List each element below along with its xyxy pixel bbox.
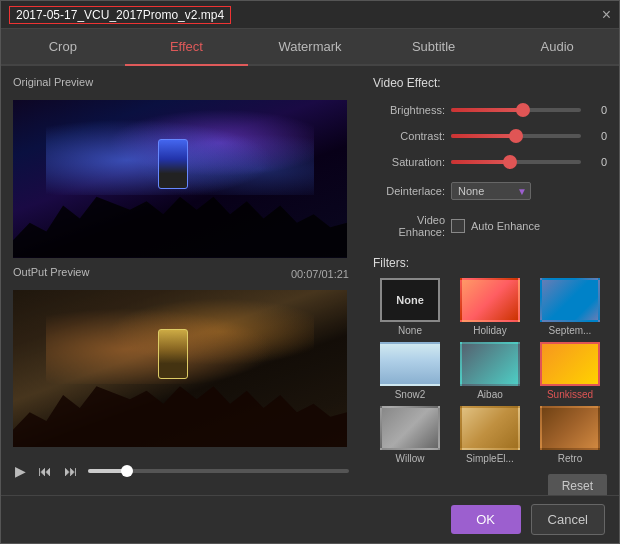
filter-thumb-september xyxy=(540,278,600,322)
contrast-row: Contrast: 0 xyxy=(373,130,607,142)
progress-bar[interactable] xyxy=(88,469,349,473)
phone-sepia xyxy=(158,329,188,379)
filter-thumb-snow2 xyxy=(380,342,440,386)
main-content: Original Preview OutPut Preview 00:07/01… xyxy=(1,66,619,495)
output-preview-label: OutPut Preview xyxy=(13,266,89,278)
progress-thumb xyxy=(121,465,133,477)
reset-button[interactable]: Reset xyxy=(548,474,607,495)
play-button[interactable]: ▶ xyxy=(13,461,28,481)
deinterlace-dropdown-wrapper: None ▼ xyxy=(451,182,531,200)
contrast-value: 0 xyxy=(587,130,607,142)
prev-button[interactable]: ⏮ xyxy=(36,461,54,481)
filter-item-september[interactable]: Septem... xyxy=(533,278,607,336)
enhance-row: Video Enhance: Auto Enhance xyxy=(373,214,607,238)
contrast-slider[interactable] xyxy=(451,134,581,138)
phone-element xyxy=(158,139,188,189)
brightness-slider[interactable] xyxy=(451,108,581,112)
filter-item-simpleel[interactable]: SimpleEl... xyxy=(453,406,527,464)
filters-grid: None None Holiday Septem... xyxy=(373,278,607,464)
filter-name-snow2: Snow2 xyxy=(395,389,426,400)
contrast-fill xyxy=(451,134,516,138)
filter-item-none[interactable]: None None xyxy=(373,278,447,336)
filter-thumb-retro xyxy=(540,406,600,450)
filter-item-willow[interactable]: Willow xyxy=(373,406,447,464)
deinterlace-select[interactable]: None xyxy=(451,182,531,200)
output-header: OutPut Preview 00:07/01:21 xyxy=(13,266,349,282)
output-preview-box xyxy=(13,290,347,448)
cancel-button[interactable]: Cancel xyxy=(531,504,605,535)
close-button[interactable]: × xyxy=(602,7,611,23)
filter-thumb-holiday xyxy=(460,278,520,322)
output-visual xyxy=(13,290,347,448)
contrast-thumb xyxy=(509,129,523,143)
tab-subtitle[interactable]: Subtitle xyxy=(372,29,496,64)
filter-item-retro[interactable]: Retro xyxy=(533,406,607,464)
saturation-label: Saturation: xyxy=(373,156,445,168)
saturation-thumb xyxy=(503,155,517,169)
bottom-bar: OK Cancel xyxy=(1,495,619,543)
main-window: 2017-05-17_VCU_2017Promo_v2.mp4 × Crop E… xyxy=(0,0,620,544)
auto-enhance-label: Auto Enhance xyxy=(471,220,540,232)
filter-name-retro: Retro xyxy=(558,453,582,464)
contrast-label: Contrast: xyxy=(373,130,445,142)
original-visual xyxy=(13,100,347,258)
tab-watermark[interactable]: Watermark xyxy=(248,29,372,64)
filter-thumb-simpleel xyxy=(460,406,520,450)
player-controls: ▶ ⏮ ⏭ xyxy=(13,457,349,485)
saturation-value: 0 xyxy=(587,156,607,168)
video-effect-title: Video Effect: xyxy=(373,76,607,90)
filter-item-snow2[interactable]: Snow2 xyxy=(373,342,447,400)
filter-name-september: Septem... xyxy=(549,325,592,336)
right-panel: Video Effect: Brightness: 0 Contrast: 0 xyxy=(361,66,619,495)
original-preview-label: Original Preview xyxy=(13,76,349,88)
brightness-thumb xyxy=(516,103,530,117)
deinterlace-label: Deinterlace: xyxy=(373,185,445,197)
filter-item-sunkissed[interactable]: Sunkissed xyxy=(533,342,607,400)
tab-effect[interactable]: Effect xyxy=(125,29,249,66)
filter-name-simpleel: SimpleEl... xyxy=(466,453,514,464)
none-text: None xyxy=(396,294,424,306)
title-bar: 2017-05-17_VCU_2017Promo_v2.mp4 × xyxy=(1,1,619,29)
filter-name-none: None xyxy=(398,325,422,336)
filter-thumb-none: None xyxy=(380,278,440,322)
auto-enhance-checkbox[interactable] xyxy=(451,219,465,233)
original-preview-box xyxy=(13,100,347,258)
filter-thumb-sunkissed xyxy=(540,342,600,386)
filter-name-sunkissed: Sunkissed xyxy=(547,389,593,400)
filter-item-aibao[interactable]: Aibao xyxy=(453,342,527,400)
reset-container: Reset xyxy=(373,474,607,495)
saturation-row: Saturation: 0 xyxy=(373,156,607,168)
filter-item-holiday[interactable]: Holiday xyxy=(453,278,527,336)
saturation-slider[interactable] xyxy=(451,160,581,164)
filename-label: 2017-05-17_VCU_2017Promo_v2.mp4 xyxy=(9,6,231,24)
filter-thumb-willow xyxy=(380,406,440,450)
saturation-fill xyxy=(451,160,510,164)
enhance-label: Video Enhance: xyxy=(373,214,445,238)
tab-bar: Crop Effect Watermark Subtitle Audio xyxy=(1,29,619,66)
next-button[interactable]: ⏭ xyxy=(62,461,80,481)
deinterlace-row: Deinterlace: None ▼ xyxy=(373,182,607,200)
left-panel: Original Preview OutPut Preview 00:07/01… xyxy=(1,66,361,495)
timestamp: 00:07/01:21 xyxy=(291,268,349,280)
ok-button[interactable]: OK xyxy=(451,505,521,534)
brightness-value: 0 xyxy=(587,104,607,116)
tab-crop[interactable]: Crop xyxy=(1,29,125,64)
brightness-row: Brightness: 0 xyxy=(373,104,607,116)
filter-thumb-aibao xyxy=(460,342,520,386)
filter-name-willow: Willow xyxy=(396,453,425,464)
filters-label: Filters: xyxy=(373,256,607,270)
filters-section: Filters: None None Holiday xyxy=(373,256,607,495)
tab-audio[interactable]: Audio xyxy=(495,29,619,64)
brightness-fill xyxy=(451,108,523,112)
brightness-label: Brightness: xyxy=(373,104,445,116)
filter-name-holiday: Holiday xyxy=(473,325,506,336)
filter-name-aibao: Aibao xyxy=(477,389,503,400)
